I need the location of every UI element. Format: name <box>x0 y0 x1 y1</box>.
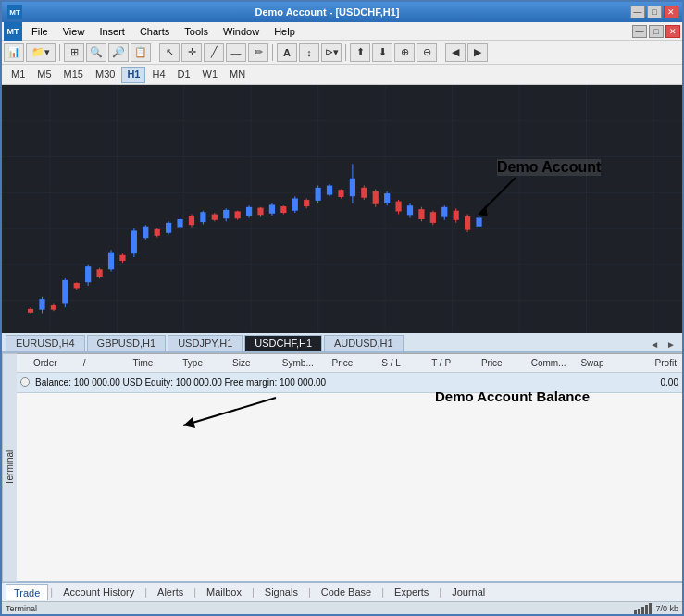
terminal-side-label[interactable]: Terminal <box>2 354 17 582</box>
text-btn[interactable]: A <box>277 43 297 62</box>
tab-mailbox[interactable]: Mailbox <box>198 584 250 600</box>
svg-rect-57 <box>257 208 263 216</box>
open-btn[interactable]: 📁▾ <box>26 43 56 62</box>
svg-rect-53 <box>235 211 241 218</box>
menu-window[interactable]: Window <box>216 22 267 41</box>
menu-insert[interactable]: Insert <box>92 22 132 41</box>
chart-up-btn[interactable]: ⬆ <box>350 43 370 62</box>
line-btn[interactable]: ╱ <box>204 43 224 62</box>
main-window: MT Demo Account - [USDCHF,H1] — □ ✕ MT F… <box>0 0 684 616</box>
menu-file[interactable]: File <box>24 22 56 41</box>
svg-rect-43 <box>177 219 182 228</box>
bar1 <box>634 610 637 614</box>
svg-rect-27 <box>85 266 91 282</box>
tab-codebase[interactable]: Code Base <box>313 584 379 600</box>
svg-rect-93 <box>465 216 470 230</box>
zoom-out-btn[interactable]: 🔎 <box>108 43 129 62</box>
col-symb: Symb... <box>280 358 330 368</box>
tab-signals[interactable]: Signals <box>256 584 306 600</box>
candlestick-chart <box>2 85 682 333</box>
chart-tab-gbpusd[interactable]: GBPUSD,H1 <box>87 335 167 351</box>
col-swap: Swap <box>578 358 628 368</box>
col-size: Size <box>230 358 280 368</box>
svg-rect-51 <box>223 210 229 218</box>
cursor-btn[interactable]: ↖ <box>159 43 180 62</box>
title-bar: MT Demo Account - [USDCHF,H1] — □ ✕ <box>2 2 682 22</box>
balance-text: Balance: 100 000.00 USD Equity: 100 000.… <box>35 377 661 388</box>
sep4 <box>345 44 346 61</box>
inner-restore[interactable]: □ <box>649 25 664 38</box>
tab-trade[interactable]: Trade <box>6 584 48 600</box>
menu-charts[interactable]: Charts <box>132 22 177 41</box>
new-chart-btn[interactable]: 📊 <box>4 43 24 62</box>
tab-account-history[interactable]: Account History <box>55 584 143 600</box>
tab-experts[interactable]: Experts <box>386 584 437 600</box>
tf-h4[interactable]: H4 <box>146 67 170 83</box>
tab-scroll-right[interactable]: ► <box>664 339 678 350</box>
svg-rect-41 <box>166 223 171 233</box>
svg-rect-65 <box>304 200 309 206</box>
pencil-btn[interactable]: ✏ <box>248 43 268 62</box>
scroll-left-btn[interactable]: ◀ <box>445 43 466 62</box>
svg-rect-95 <box>476 217 481 226</box>
status-bar: Terminal 7/0 kb <box>2 601 682 614</box>
svg-rect-69 <box>327 186 332 195</box>
menu-bar: MT File View Insert Charts Tools Window … <box>2 22 682 41</box>
tf-mn[interactable]: MN <box>224 67 251 83</box>
status-right: 7/0 kb <box>634 603 678 614</box>
tf-d1[interactable]: D1 <box>172 67 196 83</box>
status-terminal: Terminal <box>6 604 37 613</box>
sep-1: | <box>48 586 55 598</box>
signal-bars <box>634 603 652 614</box>
col-profit: Profit <box>628 358 678 368</box>
hline-btn[interactable]: — <box>226 43 246 62</box>
arrow-btn[interactable]: ↕ <box>299 43 319 62</box>
tab-journal[interactable]: Journal <box>443 584 493 600</box>
tf-m1[interactable]: M1 <box>6 67 31 83</box>
svg-rect-89 <box>441 207 447 217</box>
col-tp: T / P <box>429 358 479 368</box>
chart-tab-scroll: ◄ ► <box>647 339 678 351</box>
col-time: Time <box>131 358 181 368</box>
magnify-btn[interactable]: ⊕ <box>394 43 415 62</box>
tab-scroll-left[interactable]: ◄ <box>647 339 662 350</box>
chart-tab-eurusd[interactable]: EURUSD,H4 <box>6 335 85 351</box>
templates-btn[interactable]: 📋 <box>131 43 151 62</box>
tf-m30[interactable]: M30 <box>90 67 120 83</box>
inner-minimize[interactable]: — <box>632 25 647 38</box>
tf-m15[interactable]: M15 <box>58 67 89 83</box>
balance-profit: 0.00 <box>661 377 678 388</box>
close-button[interactable]: ✕ <box>664 6 678 18</box>
svg-rect-83 <box>407 205 413 215</box>
svg-rect-81 <box>395 202 401 212</box>
chart-tab-usdjpy[interactable]: USDJPY,H1 <box>168 335 243 351</box>
svg-rect-31 <box>108 253 114 270</box>
minimize-button[interactable]: — <box>630 6 645 18</box>
sep1 <box>59 44 60 61</box>
more-btn[interactable]: ⊳▾ <box>321 43 342 62</box>
menu-bar-right: — □ ✕ <box>632 25 682 38</box>
tab-alerts[interactable]: Alerts <box>149 584 192 600</box>
chart-tab-audusd[interactable]: AUDUSD,H1 <box>324 335 404 351</box>
chart-tab-usdchf[interactable]: USDCHF,H1 <box>244 335 322 351</box>
inner-close[interactable]: ✕ <box>665 25 680 38</box>
col-comm: Comm... <box>529 358 579 368</box>
scroll-right-btn[interactable]: ▶ <box>467 43 488 62</box>
svg-rect-91 <box>454 211 459 220</box>
chart-down-btn[interactable]: ⬇ <box>372 43 392 62</box>
crosshair-btn[interactable]: ✛ <box>181 43 202 62</box>
menu-tools[interactable]: Tools <box>177 22 216 41</box>
tf-m5[interactable]: M5 <box>31 67 56 83</box>
menu-view[interactable]: View <box>56 22 93 41</box>
col-slash: / <box>81 358 131 368</box>
magnify-out-btn[interactable]: ⊖ <box>417 43 437 62</box>
status-file-size: 7/0 kb <box>655 604 678 613</box>
profiles-btn[interactable]: ⊞ <box>64 43 84 62</box>
zoom-in-btn[interactable]: 🔍 <box>86 43 106 62</box>
maximize-button[interactable]: □ <box>647 6 662 18</box>
svg-rect-23 <box>62 280 68 304</box>
tf-h1[interactable]: H1 <box>121 67 145 83</box>
tf-w1[interactable]: W1 <box>197 67 224 83</box>
svg-rect-79 <box>384 193 390 203</box>
menu-help[interactable]: Help <box>267 22 303 41</box>
